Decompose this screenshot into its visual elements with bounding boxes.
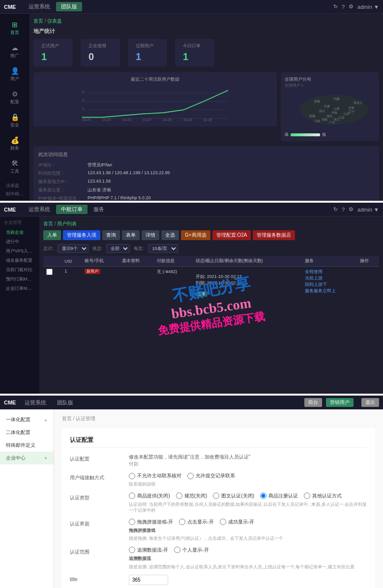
p2-admin-label[interactable]: admin ▼ bbox=[357, 207, 379, 213]
radio-product-off-input[interactable] bbox=[129, 493, 135, 499]
p3-sidebar-enterprise[interactable]: 企业中心 ▼ bbox=[0, 452, 54, 464]
p2-tab-third[interactable]: 服务 bbox=[88, 205, 109, 214]
sidebar-item-finance[interactable]: 💰 财务 bbox=[0, 133, 29, 155]
radio-product-reg[interactable]: 商品注册认证 bbox=[260, 493, 298, 499]
p2-sidebar-title: 企业管理 bbox=[4, 219, 35, 226]
breadcrumb-dashboard[interactable]: 仪表盘 bbox=[47, 18, 62, 24]
radio-trace[interactable]: 追溯数据流-开 bbox=[129, 547, 168, 554]
p3-sidebar-special-mail[interactable]: 特殊邮件定义 bbox=[0, 439, 54, 452]
radio-success-input[interactable] bbox=[220, 519, 226, 525]
btn-marketing-user[interactable]: 营销用户 bbox=[326, 398, 354, 407]
sidebar-item-config[interactable]: ⚙ 配置 bbox=[0, 87, 29, 108]
row-checkbox[interactable] bbox=[46, 269, 53, 275]
input-title[interactable] bbox=[129, 575, 168, 585]
btn-detail[interactable]: 详情 bbox=[142, 230, 159, 240]
service-item-2[interactable]: 当前上游 bbox=[305, 275, 354, 281]
radio-product-reg-input[interactable] bbox=[260, 493, 266, 499]
btn-frontend[interactable]: 前台 bbox=[304, 398, 322, 407]
tab-operation[interactable]: 运营系统 bbox=[24, 2, 55, 11]
refresh-icon[interactable]: ↻ bbox=[333, 3, 338, 10]
watermark-line3: 免费提供精品资源下载 bbox=[156, 309, 265, 339]
service-item-4[interactable]: 服务服务立即上 bbox=[305, 288, 354, 294]
p2-breadcrumb-users[interactable]: 用户列表 bbox=[57, 221, 77, 226]
sidebar-sub-mail[interactable]: 邮件模版设置 bbox=[4, 190, 26, 198]
stat-expired-label: 过期用户 bbox=[136, 43, 159, 49]
btn-add-order[interactable]: 入单 bbox=[43, 230, 61, 240]
breadcrumb-home[interactable]: 首页 bbox=[33, 18, 43, 24]
help-icon[interactable]: ? bbox=[342, 4, 345, 10]
p2-sidebar-vpsin[interactable]: 用户VPS入境行 bbox=[4, 247, 35, 256]
radio-click[interactable]: 点击显示-开 bbox=[179, 519, 213, 526]
filter-page-select[interactable]: 10条/页 bbox=[148, 244, 178, 253]
radio-standard-off-input[interactable] bbox=[176, 493, 182, 499]
sidebar-item-home[interactable]: ⊞ 首页 bbox=[0, 18, 29, 39]
radio-no-contact[interactable]: 不允许主动联系核对 bbox=[129, 472, 181, 479]
radio-drag[interactable]: 拖拽拼接游戏-开 bbox=[129, 519, 173, 526]
sidebar-item-security[interactable]: 🔒 安全 bbox=[0, 110, 29, 131]
service-item-1[interactable]: 全程使用 bbox=[305, 269, 354, 275]
p2-sidebar-current[interactable]: 当前企业 bbox=[4, 228, 35, 237]
sidebar-item-user[interactable]: 👤 用户 bbox=[0, 64, 29, 85]
radio-other[interactable]: 其他认证方式 bbox=[304, 493, 342, 499]
sidebar-item-promote[interactable]: ☁ 推广 bbox=[0, 41, 29, 62]
p3-tab-team[interactable]: 团队版 bbox=[52, 398, 78, 407]
p2-tab-operation[interactable]: 运营系统 bbox=[24, 205, 55, 214]
filter-total-select[interactable]: 显示9个 bbox=[58, 244, 88, 253]
radio-personal[interactable]: 个人显示-开 bbox=[174, 547, 208, 554]
p2-refresh-icon[interactable]: ↻ bbox=[333, 206, 338, 213]
service-item-3[interactable]: 回到上游下 bbox=[305, 281, 354, 288]
btn-form[interactable]: 表单 bbox=[122, 230, 140, 240]
p2-tab-order[interactable]: 中航订单 bbox=[56, 205, 88, 214]
btn-manage-config[interactable]: 管理配置:O2A bbox=[212, 230, 251, 240]
th-account: 账号/手机 bbox=[82, 256, 118, 267]
p2-sidebar-gate[interactable]: 当前门板对比 bbox=[4, 265, 35, 275]
radio-allow-contact-input[interactable] bbox=[187, 473, 194, 479]
p2-help-icon[interactable]: ? bbox=[342, 207, 345, 213]
form-value-contact: 不允许主动联系核对 允许提交记录联系 联系规则说明 bbox=[129, 472, 367, 488]
td-actions bbox=[357, 267, 379, 299]
p2-sidebar-inprogress[interactable]: 进行中 bbox=[4, 237, 35, 247]
btn-g-commercial[interactable]: G+商用选 bbox=[181, 230, 210, 240]
p3-sidebar-integration[interactable]: 一体化配置 ▲ bbox=[0, 413, 54, 426]
radio-personal-input[interactable] bbox=[174, 547, 180, 553]
btn-logout[interactable]: 退出 bbox=[361, 398, 379, 407]
p3-bc-auth[interactable]: 认证管理 bbox=[76, 416, 95, 421]
sidebar-label-user: 用户 bbox=[10, 76, 19, 82]
info-row-1: 时间段范围： 123.43.1.96 / 120.48.1.199 / 13.1… bbox=[38, 170, 374, 177]
p2-sidebar-domain[interactable]: 域名服务配置 bbox=[4, 256, 35, 265]
p2-sidebar-book[interactable]: 预约订购MRla bbox=[4, 275, 35, 284]
stat-expired: 过期用户 1 bbox=[128, 39, 167, 66]
radio-graphic-off[interactable]: 图文认证(关闭) bbox=[213, 493, 254, 499]
p2-breadcrumb-home[interactable]: 首页 bbox=[43, 221, 53, 226]
settings-icon[interactable]: ⚙ bbox=[349, 3, 354, 10]
p3-tab-operation[interactable]: 运营系统 bbox=[20, 398, 51, 407]
radio-standard-off[interactable]: 规范(关闭) bbox=[176, 493, 207, 499]
radio-success[interactable]: 成功显示-开 bbox=[220, 519, 254, 526]
tab-team[interactable]: 团队版 bbox=[56, 2, 82, 11]
radio-no-contact-input[interactable] bbox=[129, 473, 135, 479]
btn-manage-service[interactable]: 管理服务入境 bbox=[63, 230, 100, 240]
map-title: 全国用户分布 全国用户 1 bbox=[285, 76, 375, 88]
radio-click-input[interactable] bbox=[179, 519, 185, 525]
radio-allow-contact[interactable]: 允许提交记录联系 bbox=[187, 472, 235, 479]
radio-trace-input[interactable] bbox=[129, 547, 135, 553]
panel2-tabs: 运营系统 中航订单 服务 bbox=[24, 205, 109, 214]
radio-graphic-off-input[interactable] bbox=[213, 493, 219, 499]
form-value-auth-ui: 拖拽拼接游戏-开 点击显示-开 成功显示-开 拖拽拼接游戏 bbox=[129, 519, 367, 542]
filter-status-select[interactable]: 全部 bbox=[106, 244, 130, 253]
p2-settings-icon[interactable]: ⚙ bbox=[349, 206, 354, 213]
btn-manage-data[interactable]: 管理服务数据店 bbox=[253, 230, 295, 240]
radio-other-input[interactable] bbox=[304, 493, 310, 499]
btn-select-all[interactable]: 全选 bbox=[161, 230, 179, 240]
radio-drag-input[interactable] bbox=[129, 519, 135, 525]
p2-sidebar-orders[interactable]: 企业订单MRla bbox=[4, 284, 35, 293]
sidebar-item-tools[interactable]: 🛠 工具 bbox=[0, 156, 29, 178]
admin-label[interactable]: admin ▼ bbox=[357, 4, 379, 10]
sidebar-sub-dashboard[interactable]: 仪表盘 bbox=[4, 182, 26, 190]
p3-bc-home[interactable]: 首页 bbox=[62, 416, 72, 421]
svg-text:山东: 山东 bbox=[344, 112, 350, 115]
radio-product-off[interactable]: 商品提供(关闭) bbox=[129, 493, 170, 499]
home-icon: ⊞ bbox=[12, 21, 18, 29]
p3-sidebar-second[interactable]: 二体化配置 bbox=[0, 426, 54, 439]
btn-query[interactable]: 查询 bbox=[102, 230, 120, 240]
